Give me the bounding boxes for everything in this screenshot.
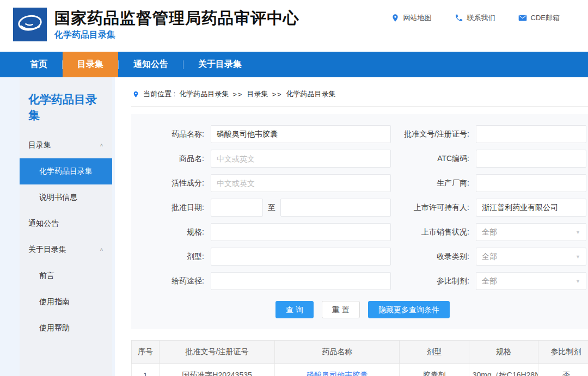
site-title: 国家药品监督管理局药品审评中心 bbox=[54, 9, 299, 28]
cell-index: 1 bbox=[132, 364, 160, 376]
contact-link[interactable]: 联系我们 bbox=[455, 13, 495, 23]
inclusion-category-value: 全部 bbox=[482, 252, 497, 262]
mail-icon bbox=[518, 14, 527, 22]
dropdown-arrow-icon: ▼ bbox=[575, 254, 580, 260]
dosage-form-input[interactable] bbox=[211, 248, 391, 266]
chevron-up-icon: ∧ bbox=[100, 143, 103, 147]
reference-product-label: 参比制剂: bbox=[404, 276, 476, 286]
sitemap-link[interactable]: 网站地图 bbox=[391, 13, 432, 23]
dropdown-arrow-icon: ▼ bbox=[575, 279, 580, 284]
sidebar-group-about[interactable]: 关于目录集 ∧ bbox=[20, 237, 112, 263]
nav-item-about[interactable]: 关于目录集 bbox=[183, 52, 256, 77]
sidebar-item-user-guide[interactable]: 使用指南 bbox=[20, 289, 112, 315]
title-block: 国家药品监督管理局药品审评中心 化学药品目录集 bbox=[54, 9, 299, 41]
sidebar-item-notices[interactable]: 通知公告 bbox=[20, 211, 112, 237]
sidebar: 化学药品目录集 目录集 ∧ 化学药品目录集 说明书信息 通知公告 关于目录集 ∧… bbox=[20, 77, 112, 376]
col-header-drug-name: 药品名称 bbox=[275, 341, 400, 364]
approval-date-start-input[interactable] bbox=[211, 199, 263, 217]
approval-date-label: 批准日期: bbox=[139, 203, 211, 213]
table-header-row: 序号 批准文号/注册证号 药品名称 剂型 规格 参比制剂 bbox=[132, 341, 588, 364]
chevron-up-icon: ∧ bbox=[100, 247, 103, 252]
cell-approval-no: 国药准字H20243535 bbox=[159, 364, 274, 376]
specification-label: 规格: bbox=[139, 227, 211, 237]
date-range-separator: 至 bbox=[268, 203, 275, 213]
mah-input[interactable] bbox=[476, 199, 586, 217]
approval-number-label: 批准文号/注册证号: bbox=[404, 130, 476, 139]
phone-icon bbox=[455, 14, 463, 22]
col-header-dosage-form: 剂型 bbox=[400, 341, 469, 364]
contact-label: 联系我们 bbox=[467, 13, 495, 23]
nav-item-notices[interactable]: 通知公告 bbox=[119, 52, 183, 77]
sidebar-item-label: 通知公告 bbox=[28, 219, 59, 229]
sidebar-group-label: 目录集 bbox=[28, 140, 51, 150]
cde-logo-icon[interactable] bbox=[13, 8, 47, 41]
header-links: 网站地图 联系我们 CDE邮箱 bbox=[391, 13, 560, 23]
breadcrumb-crumb[interactable]: 化学药品目录集 bbox=[286, 89, 336, 99]
main-nav: 首页 目录集 通知公告 关于目录集 bbox=[0, 52, 588, 77]
search-form: 药品名称: 商品名: 活性成分: 批准日期: bbox=[131, 114, 588, 329]
mailbox-link[interactable]: CDE邮箱 bbox=[518, 13, 560, 23]
drug-name-link[interactable]: 磷酸奥司他韦胶囊 bbox=[275, 364, 400, 376]
col-header-index: 序号 bbox=[132, 341, 160, 364]
sidebar-title: 化学药品目录集 bbox=[20, 77, 112, 132]
sidebar-group-catalog[interactable]: 目录集 ∧ bbox=[20, 132, 112, 158]
admin-route-label: 给药途径: bbox=[139, 276, 211, 286]
breadcrumb-crumb[interactable]: 目录集 bbox=[247, 89, 268, 99]
sidebar-group-label: 关于目录集 bbox=[28, 245, 66, 255]
sidebar-item-label-info[interactable]: 说明书信息 bbox=[20, 184, 112, 211]
table-row: 1 国药准字H20243535 磷酸奥司他韦胶囊 胶囊剂 30mg（按C16H2… bbox=[132, 364, 588, 376]
specification-input[interactable] bbox=[211, 223, 391, 241]
mailbox-label: CDE邮箱 bbox=[531, 13, 560, 23]
trade-name-label: 商品名: bbox=[139, 154, 211, 164]
breadcrumb-separator: >> bbox=[232, 90, 243, 98]
approval-date-end-input[interactable] bbox=[280, 199, 391, 217]
breadcrumb-prefix: 当前位置 : bbox=[143, 89, 175, 99]
breadcrumb: 当前位置 : 化学药品目录集 >> 目录集 >> 化学药品目录集 bbox=[131, 86, 588, 107]
breadcrumb-separator: >> bbox=[272, 90, 282, 98]
cell-dosage-form: 胶囊剂 bbox=[400, 364, 469, 376]
market-status-select[interactable]: 全部 ▼ bbox=[476, 223, 586, 241]
market-status-value: 全部 bbox=[482, 227, 497, 237]
sitemap-label: 网站地图 bbox=[403, 13, 432, 23]
form-column-left: 药品名称: 商品名: 活性成分: 批准日期: bbox=[139, 125, 391, 297]
active-ingredient-label: 活性成分: bbox=[139, 178, 211, 188]
manufacturer-label: 生产厂商: bbox=[404, 178, 476, 188]
search-button[interactable]: 查 询 bbox=[275, 301, 314, 318]
inclusion-category-select[interactable]: 全部 ▼ bbox=[476, 248, 586, 266]
drug-name-label: 药品名称: bbox=[139, 130, 211, 139]
reset-button[interactable]: 重 置 bbox=[322, 301, 360, 318]
reference-product-select[interactable]: 全部 ▼ bbox=[476, 272, 586, 290]
breadcrumb-crumb[interactable]: 化学药品目录集 bbox=[179, 89, 229, 99]
col-header-approval-no: 批准文号/注册证号 bbox=[159, 341, 274, 364]
location-pin-icon bbox=[391, 14, 400, 22]
col-header-reference: 参比制剂 bbox=[538, 341, 588, 364]
market-status-label: 上市销售状况: bbox=[404, 227, 476, 237]
nav-item-catalog[interactable]: 目录集 bbox=[63, 52, 118, 77]
results-table: 序号 批准文号/注册证号 药品名称 剂型 规格 参比制剂 1 国药准字H2024… bbox=[131, 340, 588, 376]
main-content: 当前位置 : 化学药品目录集 >> 目录集 >> 化学药品目录集 药品名称: 商… bbox=[115, 77, 588, 376]
site-header: 国家药品监督管理局药品审评中心 化学药品目录集 网站地图 联系我们 CDE邮箱 bbox=[0, 0, 588, 52]
sidebar-item-help[interactable]: 使用帮助 bbox=[20, 315, 112, 341]
nav-item-home[interactable]: 首页 bbox=[15, 52, 62, 77]
atc-code-label: ATC编码: bbox=[404, 154, 476, 164]
inclusion-category-label: 收录类别: bbox=[404, 252, 476, 262]
manufacturer-input[interactable] bbox=[476, 174, 586, 192]
site-subtitle: 化学药品目录集 bbox=[54, 29, 299, 41]
sidebar-item-foreword[interactable]: 前言 bbox=[20, 263, 112, 289]
sidebar-item-chemical-catalog[interactable]: 化学药品目录集 bbox=[20, 158, 112, 184]
col-header-spec: 规格 bbox=[469, 341, 538, 364]
dropdown-arrow-icon: ▼ bbox=[575, 230, 580, 235]
trade-name-input[interactable] bbox=[211, 150, 391, 168]
hide-more-conditions-button[interactable]: 隐藏更多查询条件 bbox=[368, 301, 450, 318]
form-buttons: 查 询 重 置 隐藏更多查询条件 bbox=[139, 297, 586, 322]
active-ingredient-input[interactable] bbox=[211, 174, 391, 192]
drug-name-input[interactable] bbox=[211, 125, 391, 143]
location-pin-icon bbox=[132, 90, 139, 98]
approval-number-input[interactable] bbox=[476, 125, 586, 143]
admin-route-input[interactable] bbox=[211, 272, 391, 290]
atc-code-input[interactable] bbox=[476, 150, 586, 168]
dosage-form-label: 剂型: bbox=[139, 252, 211, 262]
cell-reference: 否 bbox=[538, 364, 588, 376]
form-column-right: 批准文号/注册证号: ATC编码: 生产厂商: 上市许可持有人: bbox=[404, 125, 586, 297]
mah-label: 上市许可持有人: bbox=[404, 203, 476, 213]
